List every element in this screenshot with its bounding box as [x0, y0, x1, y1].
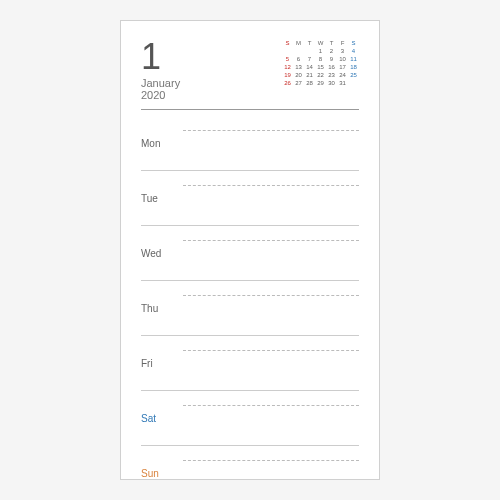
mini-cal-cell: 27	[293, 79, 304, 87]
writing-line	[183, 295, 359, 296]
writing-line	[183, 460, 359, 461]
mini-cal-cell: 24	[337, 71, 348, 79]
writing-line	[183, 240, 359, 241]
mini-cal-cell: 3	[337, 47, 348, 55]
mini-cal-cell: 4	[348, 47, 359, 55]
mini-cal-cell: 23	[326, 71, 337, 79]
days-list: MonTueWedThuFriSatSun	[141, 116, 359, 500]
day-row: Fri	[141, 336, 359, 391]
mini-cal-cell: 30	[326, 79, 337, 87]
day-label: Fri	[141, 358, 179, 369]
month-number: 1	[141, 39, 180, 75]
day-row: Thu	[141, 281, 359, 336]
day-row: Wed	[141, 226, 359, 281]
day-label: Mon	[141, 138, 179, 149]
mini-cal-cell: 7	[304, 55, 315, 63]
mini-cal-cell: 5	[282, 55, 293, 63]
day-row: Tue	[141, 171, 359, 226]
mini-cal-cell: 22	[315, 71, 326, 79]
mini-cal-cell: 11	[348, 55, 359, 63]
mini-cal-cell	[293, 47, 304, 55]
weekly-planner-page: 1 January 2020 SMTWTFS 12345678910111213…	[120, 20, 380, 480]
mini-cal-cell: 17	[337, 63, 348, 71]
mini-cal-cell: 16	[326, 63, 337, 71]
mini-calendar-table: SMTWTFS 12345678910111213141516171819202…	[282, 39, 359, 87]
mini-calendar: SMTWTFS 12345678910111213141516171819202…	[282, 39, 359, 87]
mini-cal-cell: 25	[348, 71, 359, 79]
mini-cal-cell	[304, 47, 315, 55]
writing-line	[183, 405, 359, 406]
writing-line	[183, 130, 359, 131]
mini-cal-header: S	[282, 39, 293, 47]
mini-cal-cell: 29	[315, 79, 326, 87]
mini-cal-header: S	[348, 39, 359, 47]
planner-header: 1 January 2020 SMTWTFS 12345678910111213…	[141, 39, 359, 101]
mini-cal-cell: 28	[304, 79, 315, 87]
mini-cal-header: F	[337, 39, 348, 47]
mini-cal-cell: 13	[293, 63, 304, 71]
mini-cal-cell	[348, 79, 359, 87]
writing-line	[183, 185, 359, 186]
mini-cal-cell: 12	[282, 63, 293, 71]
mini-cal-cell: 20	[293, 71, 304, 79]
month-name: January	[141, 77, 180, 89]
header-divider	[141, 109, 359, 110]
mini-cal-cell: 26	[282, 79, 293, 87]
mini-cal-cell: 2	[326, 47, 337, 55]
mini-cal-cell: 8	[315, 55, 326, 63]
mini-cal-cell: 15	[315, 63, 326, 71]
mini-cal-cell: 31	[337, 79, 348, 87]
mini-cal-header: T	[304, 39, 315, 47]
day-label: Sun	[141, 468, 179, 479]
mini-cal-cell: 19	[282, 71, 293, 79]
day-row: Sat	[141, 391, 359, 446]
mini-cal-cell: 6	[293, 55, 304, 63]
day-label: Tue	[141, 193, 179, 204]
mini-cal-cell	[282, 47, 293, 55]
mini-cal-cell: 21	[304, 71, 315, 79]
mini-cal-header: T	[326, 39, 337, 47]
writing-line	[183, 350, 359, 351]
day-row: Mon	[141, 116, 359, 171]
mini-cal-cell: 10	[337, 55, 348, 63]
mini-cal-cell: 1	[315, 47, 326, 55]
month-year: 2020	[141, 89, 180, 101]
mini-cal-cell: 14	[304, 63, 315, 71]
day-label: Wed	[141, 248, 179, 259]
day-label: Sat	[141, 413, 179, 424]
month-block: 1 January 2020	[141, 39, 180, 101]
mini-cal-cell: 9	[326, 55, 337, 63]
mini-cal-cell: 18	[348, 63, 359, 71]
day-row: Sun	[141, 446, 359, 500]
day-label: Thu	[141, 303, 179, 314]
mini-cal-header: W	[315, 39, 326, 47]
mini-cal-header: M	[293, 39, 304, 47]
